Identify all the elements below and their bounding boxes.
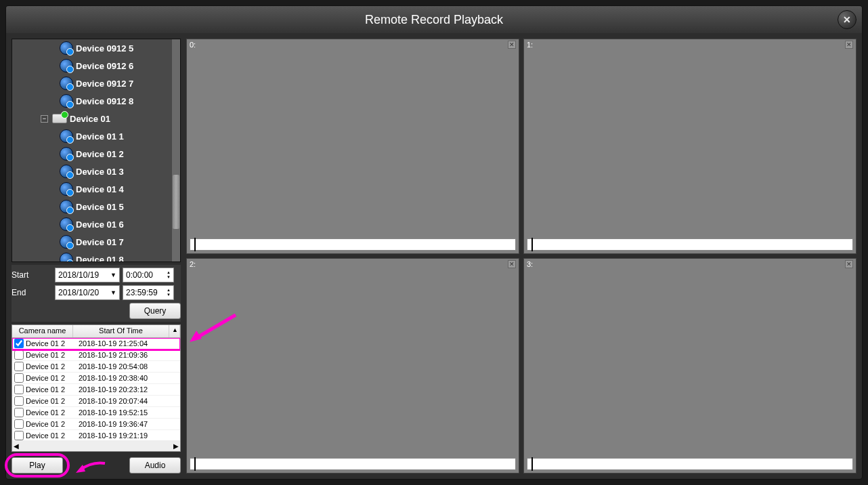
scroll-left-icon[interactable]: ◀ (14, 442, 19, 450)
tree-item[interactable]: Device 0912 7 (12, 75, 180, 92)
row-camera: Device 01 2 (26, 397, 72, 405)
video-grid: 0:✕ 1:✕ 2:✕ 3:✕ (186, 39, 856, 473)
query-button[interactable]: Query (129, 303, 181, 319)
camera-icon (60, 253, 73, 261)
row-checkbox[interactable] (14, 396, 24, 406)
table-row[interactable]: Device 01 22018-10-19 20:38:40 (12, 373, 180, 384)
video-area (524, 270, 856, 455)
video-cell-3[interactable]: 3:✕ (523, 258, 856, 473)
window-title: Remote Record Playback (365, 13, 503, 27)
cell-close-icon[interactable]: ✕ (508, 260, 516, 268)
timeline[interactable] (527, 238, 853, 251)
row-checkbox[interactable] (14, 431, 24, 440)
tree-item[interactable]: Device 01 5 (12, 198, 180, 215)
row-time: 2018-10-19 20:07:44 (72, 397, 180, 405)
end-date-input[interactable]: 2018/10/20 ▼ (55, 285, 120, 300)
row-checkbox[interactable] (14, 362, 24, 371)
camera-icon (60, 147, 73, 161)
content: Device 0912 5Device 0912 6Device 0912 7D… (6, 33, 862, 479)
video-area (187, 270, 519, 455)
start-date-input[interactable]: 2018/10/19 ▼ (55, 268, 120, 282)
cell-label: 3: (527, 260, 533, 268)
camera-icon (60, 200, 73, 213)
table-row[interactable]: Device 01 22018-10-19 20:54:08 (12, 361, 180, 373)
table-row[interactable]: Device 01 22018-10-19 20:23:12 (12, 384, 180, 396)
cell-close-icon[interactable]: ✕ (508, 41, 516, 49)
camera-icon (60, 129, 73, 143)
video-cell-2[interactable]: 2:✕ (186, 258, 519, 473)
timeline[interactable] (527, 458, 853, 470)
row-checkbox[interactable] (14, 419, 24, 429)
tree-scrollbar[interactable] (172, 39, 180, 261)
row-camera: Device 01 2 (26, 431, 72, 440)
start-time-input[interactable]: 0:00:00 ▲▼ (123, 268, 174, 282)
camera-icon (60, 77, 73, 90)
end-label: End (12, 288, 52, 297)
cell-close-icon[interactable]: ✕ (845, 41, 853, 49)
tree-item[interactable]: Device 01 3 (12, 163, 180, 180)
tree-item[interactable]: Device 01 7 (12, 233, 180, 251)
tree-item[interactable]: Device 01 8 (12, 251, 180, 261)
tree-item[interactable]: Device 01 6 (12, 215, 180, 233)
table-row[interactable]: Device 01 22018-10-19 19:21:19 (12, 430, 180, 440)
row-time: 2018-10-19 20:38:40 (72, 374, 180, 382)
table-row[interactable]: Device 01 22018-10-19 19:36:47 (12, 419, 180, 430)
timeline-cursor[interactable] (531, 457, 533, 471)
results-header: Camera name Start Of Time ▲ (12, 325, 180, 338)
close-button[interactable]: ✕ (838, 10, 856, 29)
timeline-cursor[interactable] (531, 238, 533, 251)
timeline-cursor[interactable] (194, 238, 196, 251)
timeline[interactable] (190, 458, 516, 470)
tree-item[interactable]: Device 01 4 (12, 180, 180, 198)
row-time: 2018-10-19 21:09:36 (72, 351, 180, 359)
cell-label: 2: (190, 260, 196, 268)
timeline-cursor[interactable] (194, 457, 196, 471)
tree-item[interactable]: Device 0912 8 (12, 92, 180, 110)
timeline[interactable] (190, 238, 516, 251)
row-checkbox[interactable] (14, 385, 24, 394)
table-row[interactable]: Device 01 22018-10-19 19:52:15 (12, 407, 180, 419)
results-hscroll[interactable]: ◀ ▶ (12, 440, 180, 451)
row-checkbox[interactable] (14, 373, 24, 383)
video-cell-0[interactable]: 0:✕ (186, 39, 519, 254)
row-time: 2018-10-19 19:21:19 (72, 431, 180, 440)
tree-item[interactable]: Device 0912 6 (12, 57, 180, 75)
camera-icon (60, 165, 73, 178)
tree-item[interactable]: Device 0912 5 (12, 39, 180, 57)
left-panel: Device 0912 5Device 0912 6Device 0912 7D… (12, 39, 181, 473)
device-tree[interactable]: Device 0912 5Device 0912 6Device 0912 7D… (12, 39, 181, 262)
table-row[interactable]: Device 01 22018-10-19 21:09:36 (12, 350, 180, 361)
start-label: Start (12, 270, 52, 280)
titlebar: Remote Record Playback ✕ (6, 6, 862, 33)
col-camera-name[interactable]: Camera name (12, 325, 73, 337)
scrollbar-thumb[interactable] (173, 175, 179, 229)
tree-item[interactable]: Device 01 1 (12, 127, 180, 145)
end-time-input[interactable]: 23:59:59 ▲▼ (123, 285, 174, 300)
table-row[interactable]: Device 01 22018-10-19 20:07:44 (12, 396, 180, 407)
tree-item[interactable]: Device 01 2 (12, 145, 180, 163)
camera-icon (60, 235, 73, 249)
video-cell-1[interactable]: 1:✕ (523, 39, 856, 254)
row-camera: Device 01 2 (26, 385, 72, 394)
dvr-icon (52, 114, 67, 123)
scroll-right-icon[interactable]: ▶ (173, 442, 179, 450)
row-time: 2018-10-19 19:52:15 (72, 408, 180, 417)
play-button[interactable]: Play (12, 457, 63, 473)
close-icon: ✕ (843, 14, 851, 25)
camera-icon (60, 41, 73, 55)
tree-parent[interactable]: −Device 01 (12, 110, 180, 127)
col-start-time[interactable]: Start Of Time (73, 325, 169, 337)
row-camera: Device 01 2 (26, 339, 72, 347)
cell-close-icon[interactable]: ✕ (845, 260, 853, 268)
spinner-icon: ▲▼ (167, 270, 171, 280)
end-row: End 2018/10/20 ▼ 23:59:59 ▲▼ (12, 285, 181, 300)
chevron-down-icon: ▼ (110, 289, 116, 296)
camera-icon (60, 182, 73, 196)
row-checkbox[interactable] (14, 408, 24, 417)
row-checkbox[interactable] (14, 350, 24, 360)
collapse-icon[interactable]: − (41, 115, 48, 123)
sort-icon[interactable]: ▲ (169, 325, 180, 337)
row-checkbox[interactable] (14, 339, 24, 348)
table-row[interactable]: Device 01 22018-10-19 21:25:04 (12, 338, 180, 350)
audio-button[interactable]: Audio (129, 457, 181, 473)
